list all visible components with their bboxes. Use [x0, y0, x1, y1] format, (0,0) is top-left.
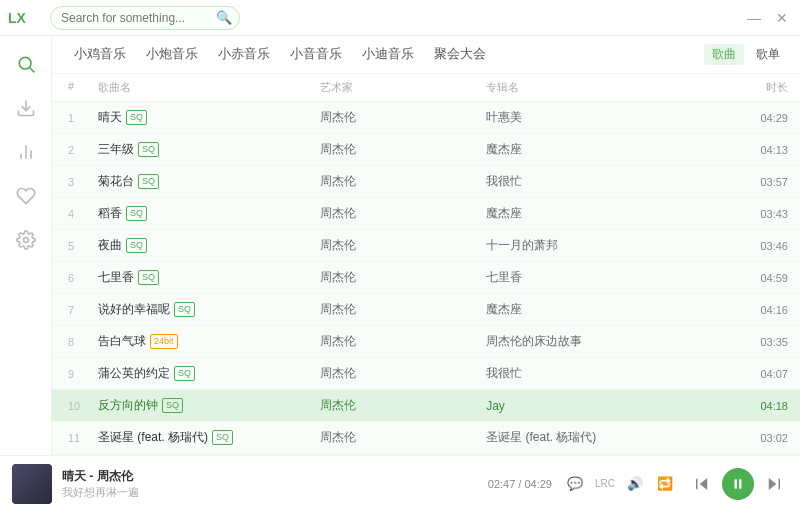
track-title-cell: 反方向的钟 SQ — [98, 397, 320, 414]
prev-button[interactable] — [688, 470, 716, 498]
track-title: 晴天 — [98, 109, 122, 126]
track-row[interactable]: 4 稻香 SQ 周杰伦 魔杰座 03:43 — [52, 198, 800, 230]
tab-item-2[interactable]: 小赤音乐 — [208, 36, 280, 74]
track-title: 三年级 — [98, 141, 134, 158]
track-duration: 04:59 — [708, 272, 788, 284]
quality-badge: SQ — [126, 238, 147, 253]
svg-marker-11 — [769, 478, 777, 490]
track-row[interactable]: 1 晴天 SQ 周杰伦 叶惠美 04:29 — [52, 102, 800, 134]
track-row[interactable]: 7 说好的幸福呢 SQ 周杰伦 魔杰座 04:16 — [52, 294, 800, 326]
tab-item-5[interactable]: 聚会大会 — [424, 36, 496, 74]
tab-item-0[interactable]: 小鸡音乐 — [64, 36, 136, 74]
track-artist: 周杰伦 — [320, 141, 486, 158]
track-duration: 04:29 — [708, 112, 788, 124]
track-row[interactable]: 8 告白气球 24bit 周杰伦 周杰伦的床边故事 03:35 — [52, 326, 800, 358]
track-title-cell: 三年级 SQ — [98, 141, 320, 158]
volume-btn[interactable]: 🔊 — [622, 471, 648, 497]
track-title-cell: 告白气球 24bit — [98, 333, 320, 350]
track-row[interactable]: 10 反方向的钟 SQ 周杰伦 Jay 04:18 — [52, 390, 800, 422]
track-album: 魔杰座 — [486, 141, 708, 158]
quality-badge: SQ — [212, 430, 233, 445]
sidebar-icon-import[interactable] — [6, 88, 46, 128]
tabs-row: 小鸡音乐 小炮音乐 小赤音乐 小音音乐 小迪音乐 聚会大会 歌曲 歌单 — [52, 36, 800, 74]
track-number: 10 — [68, 400, 98, 412]
player-thumb-image — [12, 464, 52, 504]
track-list-header: # 歌曲名 艺术家 专辑名 时长 — [52, 74, 800, 102]
quality-badge: SQ — [126, 206, 147, 221]
minimize-button[interactable]: — — [744, 8, 764, 28]
lrc-btn[interactable]: LRC — [592, 471, 618, 497]
track-row[interactable]: 5 夜曲 SQ 周杰伦 十一月的萧邦 03:46 — [52, 230, 800, 262]
track-list: 1 晴天 SQ 周杰伦 叶惠美 04:29 2 三年级 SQ 周杰伦 魔杰座 0… — [52, 102, 800, 455]
track-row[interactable]: 3 菊花台 SQ 周杰伦 我很忙 03:57 — [52, 166, 800, 198]
sidebar-icon-heart[interactable] — [6, 176, 46, 216]
svg-rect-9 — [735, 479, 737, 488]
track-row[interactable]: 11 圣诞星 (feat. 杨瑞代) SQ 周杰伦 圣诞星 (feat. 杨瑞代… — [52, 422, 800, 454]
search-icon: 🔍 — [216, 10, 232, 25]
player-controls — [688, 468, 788, 500]
track-number: 1 — [68, 112, 98, 124]
track-row[interactable]: 9 蒲公英的约定 SQ 周杰伦 我很忙 04:07 — [52, 358, 800, 390]
track-duration: 03:35 — [708, 336, 788, 348]
header-num: # — [68, 80, 98, 95]
track-album: 圣诞星 (feat. 杨瑞代) — [486, 429, 708, 446]
svg-point-6 — [23, 238, 28, 243]
track-artist: 周杰伦 — [320, 301, 486, 318]
play-pause-button[interactable] — [722, 468, 754, 500]
quality-badge: SQ — [174, 302, 195, 317]
track-duration: 04:07 — [708, 368, 788, 380]
tab-item-3[interactable]: 小音音乐 — [280, 36, 352, 74]
track-duration: 04:18 — [708, 400, 788, 412]
track-title: 夜曲 — [98, 237, 122, 254]
player-extra-controls: 💬 LRC 🔊 🔁 — [562, 471, 678, 497]
track-number: 9 — [68, 368, 98, 380]
next-button[interactable] — [760, 470, 788, 498]
track-album: 周杰伦的床边故事 — [486, 333, 708, 350]
track-number: 2 — [68, 144, 98, 156]
track-title-cell: 说好的幸福呢 SQ — [98, 301, 320, 318]
lyrics-btn[interactable]: 💬 — [562, 471, 588, 497]
track-artist: 周杰伦 — [320, 333, 486, 350]
track-row[interactable]: 2 三年级 SQ 周杰伦 魔杰座 04:13 — [52, 134, 800, 166]
svg-point-0 — [19, 57, 31, 69]
header-duration: 时长 — [708, 80, 788, 95]
track-title-cell: 圣诞星 (feat. 杨瑞代) SQ — [98, 429, 320, 446]
tab-item-4[interactable]: 小迪音乐 — [352, 36, 424, 74]
track-duration: 03:43 — [708, 208, 788, 220]
sidebar-icon-settings[interactable] — [6, 220, 46, 260]
track-album: Jay — [486, 399, 708, 413]
player-time-display: 02:47 / 04:29 — [488, 478, 552, 490]
player-track-subtitle: 我好想再淋一遍 — [62, 485, 162, 500]
loop-btn[interactable]: 🔁 — [652, 471, 678, 497]
tab-btn-playlist[interactable]: 歌单 — [748, 44, 788, 65]
track-title-cell: 菊花台 SQ — [98, 173, 320, 190]
player-info: 晴天 - 周杰伦 我好想再淋一遍 — [62, 468, 162, 500]
content-area: 小鸡音乐 小炮音乐 小赤音乐 小音音乐 小迪音乐 聚会大会 歌曲 歌单 # 歌曲… — [52, 36, 800, 455]
track-title: 菊花台 — [98, 173, 134, 190]
quality-badge: SQ — [138, 174, 159, 189]
player-bar: 晴天 - 周杰伦 我好想再淋一遍 02:47 / 04:29 💬 LRC 🔊 🔁 — [0, 455, 800, 511]
track-title: 告白气球 — [98, 333, 146, 350]
track-number: 7 — [68, 304, 98, 316]
sidebar — [0, 36, 52, 455]
track-artist: 周杰伦 — [320, 205, 486, 222]
tab-item-1[interactable]: 小炮音乐 — [136, 36, 208, 74]
track-title-cell: 晴天 SQ — [98, 109, 320, 126]
quality-badge: SQ — [174, 366, 195, 381]
quality-badge: SQ — [138, 270, 159, 285]
close-button[interactable]: ✕ — [772, 8, 792, 28]
track-artist: 周杰伦 — [320, 269, 486, 286]
quality-badge: SQ — [162, 398, 183, 413]
player-thumbnail — [12, 464, 52, 504]
sidebar-icon-search[interactable] — [6, 44, 46, 84]
track-artist: 周杰伦 — [320, 397, 486, 414]
track-row[interactable]: 6 七里香 SQ 周杰伦 七里香 04:59 — [52, 262, 800, 294]
sidebar-icon-chart[interactable] — [6, 132, 46, 172]
search-input[interactable] — [50, 6, 240, 30]
track-album: 十一月的萧邦 — [486, 237, 708, 254]
search-bar-wrap: 🔍 — [50, 6, 240, 30]
svg-marker-7 — [700, 478, 708, 490]
tab-btn-songs[interactable]: 歌曲 — [704, 44, 744, 65]
header-album: 专辑名 — [486, 80, 708, 95]
track-number: 11 — [68, 432, 98, 444]
